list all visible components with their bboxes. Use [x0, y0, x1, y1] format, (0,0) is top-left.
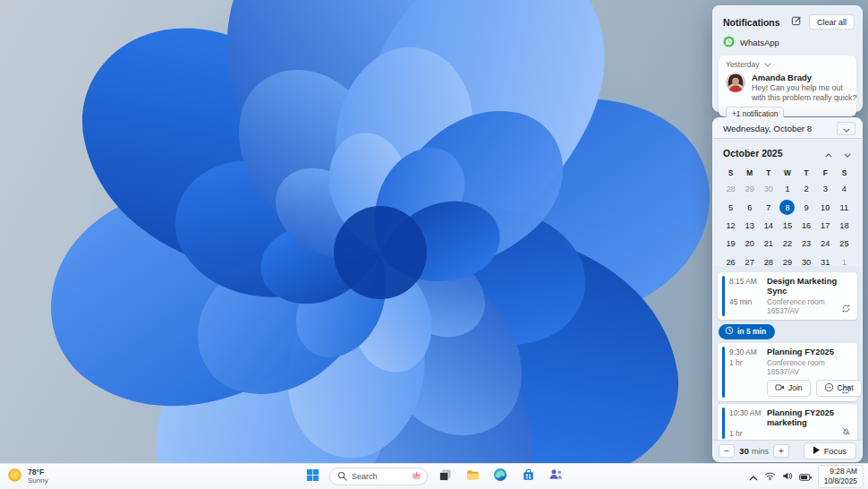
edge-browser-button[interactable]: [489, 466, 511, 487]
calendar-day[interactable]: 23: [797, 235, 816, 253]
snooze-duration: 30mins: [739, 446, 769, 456]
join-button[interactable]: Join: [767, 380, 811, 397]
event-location: Conference room 16537/AV: [767, 297, 852, 315]
reminder-row: in 5 min: [719, 322, 857, 339]
event-time: 9:30 AM: [729, 347, 767, 356]
calendar-grid: 2829301234567891011121314151617181920212…: [713, 180, 862, 271]
snooze-decrease-button[interactable]: −: [719, 444, 735, 458]
chevron-down-icon: [844, 145, 851, 161]
volume-button[interactable]: [782, 468, 793, 485]
calendar-day[interactable]: 11: [835, 198, 854, 216]
event-accent-bar: [722, 347, 725, 398]
day-of-week-label: S: [835, 166, 854, 180]
calendar-day[interactable]: 18: [835, 217, 854, 235]
calendar-footer: − 30mins + Focus: [713, 440, 862, 461]
battery-icon: [799, 468, 812, 485]
day-of-week-label: T: [759, 166, 778, 180]
day-of-week-label: W: [778, 166, 796, 180]
calendar-prev-month-button[interactable]: [825, 145, 832, 161]
calendar-day[interactable]: 1: [778, 180, 796, 198]
notification-app-name: WhatsApp: [740, 38, 779, 47]
battery-button[interactable]: [799, 468, 812, 485]
file-explorer-button[interactable]: [462, 466, 483, 487]
calendar-next-month-button[interactable]: [844, 145, 851, 161]
calendar-day[interactable]: 21: [759, 235, 778, 253]
teams-button[interactable]: [545, 466, 566, 487]
weather-condition: Sunny: [28, 476, 48, 485]
microsoft-store-button[interactable]: [517, 466, 539, 487]
calendar-day[interactable]: 30: [759, 180, 778, 198]
calendar-day[interactable]: 7: [759, 198, 778, 216]
calendar-collapse-button[interactable]: [837, 122, 855, 135]
clock-time: 9:28 AM: [824, 467, 857, 476]
weather-widget[interactable]: 78°F Sunny: [7, 464, 48, 489]
teams-icon: [549, 468, 563, 485]
clock-icon: [725, 326, 734, 337]
agenda-item[interactable]: 9:30 AMPlanning FY20251 hrConference roo…: [718, 343, 857, 401]
calendar-day[interactable]: 10: [816, 198, 835, 216]
notification-sender: Amanda Brady: [752, 73, 857, 82]
calendar-day[interactable]: 13: [740, 217, 759, 235]
agenda-list: 8:15 AMDesign Marketing Sync45 minConfer…: [713, 266, 862, 440]
calendar-day[interactable]: 6: [740, 198, 759, 216]
calendar-day[interactable]: 2: [797, 180, 816, 198]
calendar-day[interactable]: 24: [816, 235, 835, 253]
agenda-item[interactable]: 10:30 AMPlanning FY2025 marketing1 hr: [718, 404, 857, 441]
chat-bubble-icon: [824, 382, 834, 394]
chat-button[interactable]: Chat: [816, 380, 862, 397]
day-of-week-label: F: [816, 166, 835, 180]
notification-card[interactable]: Yesterday Amanda Brady Hey! Can you help…: [719, 56, 856, 116]
wifi-button[interactable]: [764, 468, 776, 485]
calendar-day[interactable]: 29: [740, 180, 759, 198]
event-title: Planning FY2025 marketing: [767, 408, 852, 427]
wifi-icon: [764, 468, 776, 485]
calendar-day[interactable]: 17: [816, 217, 835, 235]
focus-button[interactable]: Focus: [804, 442, 856, 459]
task-view-button[interactable]: [434, 466, 455, 487]
notification-settings-button[interactable]: [789, 13, 804, 30]
clock-widget[interactable]: 9:28 AM 10/8/2025: [818, 465, 864, 488]
event-title: Planning FY2025: [767, 347, 834, 356]
snooze-increase-button[interactable]: +: [773, 444, 789, 458]
reminder-label: in 5 min: [737, 327, 766, 336]
event-location: Conference room 16537/AV: [767, 358, 852, 376]
calendar-day-selected[interactable]: 8: [778, 198, 796, 216]
calendar-day[interactable]: 20: [740, 235, 759, 253]
chevron-up-icon: [749, 468, 758, 485]
chevron-up-icon: [825, 145, 832, 161]
calendar-day[interactable]: 22: [778, 235, 796, 253]
focus-label: Focus: [824, 447, 847, 456]
calendar-day[interactable]: 16: [797, 217, 816, 235]
calendar-day[interactable]: 12: [721, 217, 740, 235]
compose-settings-icon: [791, 15, 802, 29]
calendar-day[interactable]: 25: [835, 235, 854, 253]
event-accent-bar: [722, 276, 725, 316]
calendar-day[interactable]: 28: [721, 180, 740, 198]
recurring-icon: [841, 385, 851, 395]
agenda-item[interactable]: 8:15 AMDesign Marketing Sync45 minConfer…: [718, 272, 857, 320]
calendar-day[interactable]: 19: [721, 235, 740, 253]
calendar-day[interactable]: 15: [778, 217, 796, 235]
snooze-unit: mins: [752, 447, 769, 456]
recurring-icon: [841, 304, 851, 313]
notification-time-group: Yesterday: [726, 60, 760, 69]
start-button[interactable]: [302, 466, 323, 487]
event-duration: 1 hr: [729, 429, 767, 438]
clear-all-button[interactable]: Clear all: [809, 14, 855, 30]
tray-chevron-up-button[interactable]: [749, 468, 758, 485]
calendar-day[interactable]: 4: [835, 180, 854, 198]
notifications-panel: Notifications Clear all WhatsApp Yesterd…: [712, 5, 863, 112]
whatsapp-icon: [723, 36, 735, 49]
search-box[interactable]: Search: [329, 468, 428, 485]
event-title: Design Marketing Sync: [767, 276, 852, 296]
chevron-down-icon: [843, 122, 850, 135]
calendar-day[interactable]: 14: [759, 217, 778, 235]
calendar-day[interactable]: 9: [797, 198, 816, 216]
day-of-week-label: M: [740, 166, 759, 180]
weather-temperature: 78°F: [28, 468, 48, 476]
chevron-down-icon[interactable]: [764, 60, 771, 69]
calendar-day[interactable]: 5: [721, 198, 740, 216]
calendar-day[interactable]: 3: [816, 180, 835, 198]
notification-group-whatsapp[interactable]: WhatsApp: [713, 35, 862, 56]
reminder-pill[interactable]: in 5 min: [719, 324, 775, 339]
